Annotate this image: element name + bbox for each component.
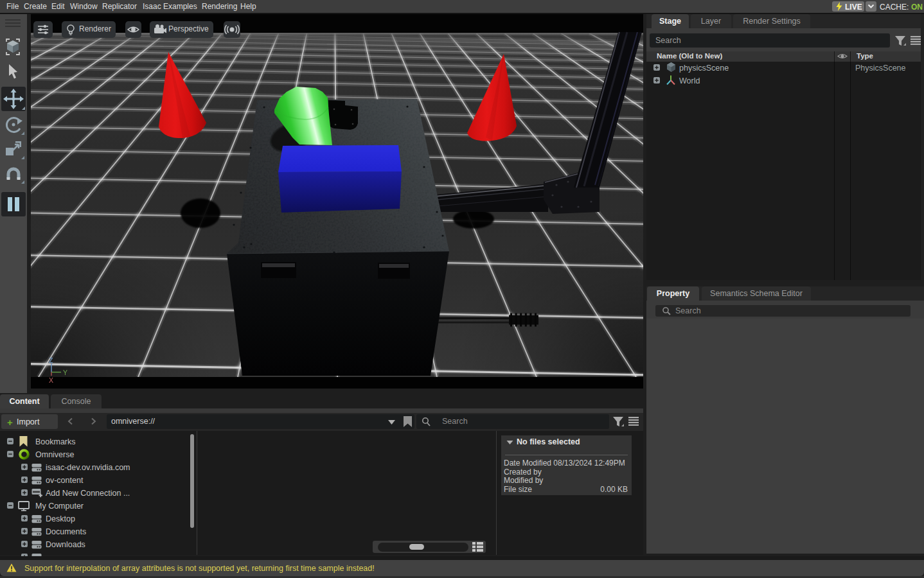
- svg-text:Z: Z: [49, 356, 53, 364]
- svg-text:X: X: [49, 376, 53, 384]
- svg-text:Y: Y: [63, 369, 67, 376]
